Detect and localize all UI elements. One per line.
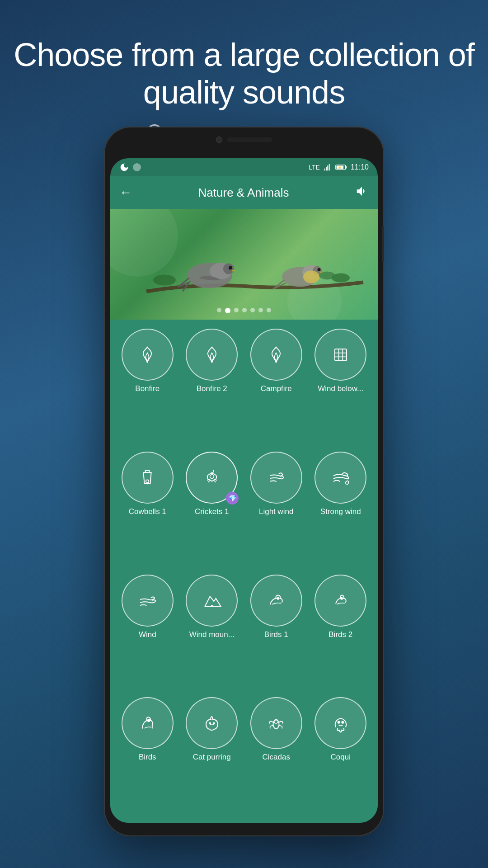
page-title: Choose from a large collection of qualit… bbox=[0, 36, 488, 111]
birds-illustration bbox=[110, 209, 378, 320]
sound-birds2[interactable]: Birds 2 bbox=[311, 575, 371, 691]
sound-bonfire2-label: Bonfire 2 bbox=[197, 384, 227, 393]
sound-bonfire2[interactable]: Bonfire 2 bbox=[182, 329, 242, 445]
sound-birds2-label: Birds 2 bbox=[328, 630, 352, 639]
svg-point-31 bbox=[209, 722, 211, 724]
dot-4[interactable] bbox=[242, 308, 247, 312]
svg-rect-5 bbox=[346, 166, 347, 168]
svg-point-16 bbox=[303, 271, 319, 283]
dot-1[interactable] bbox=[217, 308, 221, 312]
back-button[interactable]: ← bbox=[119, 185, 132, 200]
sound-coqui[interactable]: Coqui bbox=[311, 697, 371, 814]
svg-point-19 bbox=[319, 272, 335, 280]
time-display: 11:10 bbox=[351, 163, 369, 171]
phone-frame: LTE ⚡ 11:10 ← Nature & Animals bbox=[104, 127, 384, 836]
sound-wind-below[interactable]: Wind below... bbox=[311, 329, 371, 445]
sound-crickets[interactable]: 💎 Crickets 1 bbox=[182, 452, 242, 568]
sound-crickets-label: Crickets 1 bbox=[195, 507, 229, 516]
sound-bonfire[interactable]: Bonfire bbox=[117, 329, 178, 445]
premium-badge-crickets: 💎 bbox=[226, 492, 239, 505]
dot-7[interactable] bbox=[267, 308, 271, 312]
app-icon-small bbox=[119, 162, 129, 172]
sound-cowbells-label: Cowbells 1 bbox=[129, 507, 166, 516]
volume-icon[interactable] bbox=[355, 184, 369, 201]
sound-birds-label: Birds bbox=[139, 753, 156, 762]
sound-cat-purring-label: Cat purring bbox=[193, 753, 231, 762]
svg-point-29 bbox=[341, 598, 343, 599]
sound-cat-purring[interactable]: Cat purring bbox=[182, 697, 242, 814]
sound-birds1[interactable]: Birds 1 bbox=[246, 575, 306, 691]
svg-text:⚡: ⚡ bbox=[337, 165, 342, 170]
status-bar: LTE ⚡ 11:10 bbox=[110, 158, 378, 176]
svg-point-17 bbox=[153, 275, 176, 286]
svg-rect-20 bbox=[335, 349, 347, 361]
pagination-dots bbox=[217, 308, 271, 313]
sound-light-wind-label: Light wind bbox=[259, 507, 294, 516]
sound-cicadas-label: Cicadas bbox=[263, 753, 290, 762]
volume-button bbox=[382, 226, 384, 262]
svg-point-10 bbox=[223, 264, 234, 274]
sound-campfire-label: Campfire bbox=[261, 384, 292, 393]
sound-cicadas[interactable]: Cicadas bbox=[246, 697, 306, 814]
lte-label: LTE bbox=[309, 164, 320, 171]
dot-3[interactable] bbox=[234, 308, 239, 312]
svg-point-32 bbox=[213, 722, 214, 724]
sound-bonfire-label: Bonfire bbox=[135, 384, 160, 393]
sound-campfire[interactable]: Campfire bbox=[246, 329, 306, 445]
sound-wind-mountain-label: Wind moun... bbox=[189, 630, 235, 639]
sound-light-wind[interactable]: Light wind bbox=[246, 452, 306, 568]
svg-point-28 bbox=[277, 598, 279, 599]
signal-icon bbox=[324, 164, 332, 171]
speaker-grille bbox=[227, 137, 272, 142]
sound-wind-label: Wind bbox=[139, 630, 156, 639]
sound-birds1-label: Birds 1 bbox=[264, 630, 288, 639]
svg-point-25 bbox=[146, 480, 149, 483]
battery-icon: ⚡ bbox=[335, 164, 347, 171]
svg-point-27 bbox=[210, 475, 214, 479]
status-dot bbox=[133, 163, 141, 171]
sound-grid: Bonfire Bonfire 2 Campfire Wind below... bbox=[110, 320, 378, 823]
sound-strong-wind[interactable]: Strong wind bbox=[311, 452, 371, 568]
svg-point-15 bbox=[318, 268, 321, 271]
sound-coqui-label: Coqui bbox=[331, 753, 351, 762]
svg-rect-2 bbox=[327, 165, 328, 170]
dot-6[interactable] bbox=[258, 308, 263, 312]
dot-5[interactable] bbox=[250, 308, 255, 312]
sound-birds[interactable]: Birds bbox=[117, 697, 178, 814]
app-header: ← Nature & Animals bbox=[110, 176, 378, 209]
sound-wind[interactable]: Wind bbox=[117, 575, 178, 691]
svg-rect-1 bbox=[326, 167, 327, 170]
sound-wind-mountain[interactable]: Wind moun... bbox=[182, 575, 242, 691]
sound-wind-below-label: Wind below... bbox=[318, 384, 363, 393]
phone-screen: LTE ⚡ 11:10 ← Nature & Animals bbox=[110, 158, 378, 823]
svg-point-30 bbox=[148, 719, 150, 722]
sound-cowbells[interactable]: Cowbells 1 bbox=[117, 452, 178, 568]
dot-2[interactable] bbox=[225, 308, 230, 313]
camera-area bbox=[216, 137, 272, 143]
hero-image bbox=[110, 209, 378, 320]
screen-title: Nature & Animals bbox=[198, 186, 289, 200]
svg-rect-0 bbox=[324, 169, 325, 171]
status-left bbox=[119, 162, 141, 172]
svg-point-35 bbox=[338, 721, 339, 723]
svg-point-36 bbox=[342, 721, 343, 723]
camera-lens bbox=[216, 137, 222, 143]
svg-point-11 bbox=[229, 266, 232, 270]
sound-strong-wind-label: Strong wind bbox=[320, 507, 361, 516]
status-right: LTE ⚡ 11:10 bbox=[309, 163, 369, 171]
svg-rect-3 bbox=[329, 164, 330, 171]
